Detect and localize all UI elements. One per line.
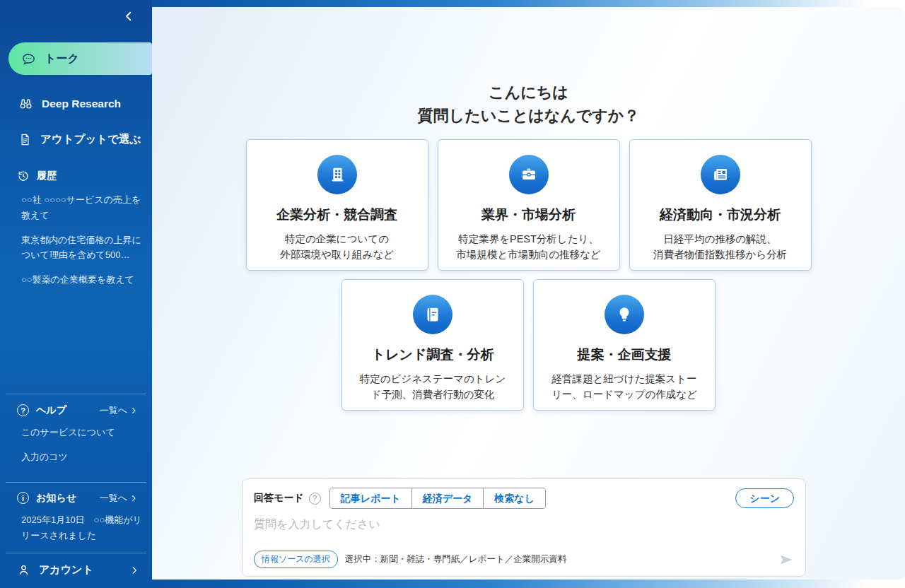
help-see-all-link[interactable]: 一覧へ	[100, 404, 138, 417]
card-company-analysis[interactable]: 企業分析・競合調査 特定の企業についての 外部環境や取り組みなど	[246, 139, 428, 271]
answer-mode-segmented-control: 記事レポート 経済データ 検索なし	[329, 488, 546, 509]
history-section-header: 履歴	[0, 170, 152, 182]
book-icon	[413, 295, 452, 334]
mode-article-report-button[interactable]: 記事レポート	[330, 488, 412, 508]
briefcase-icon	[509, 155, 549, 194]
source-status-text: 選択中：新聞・雑誌・専門紙／レポート／企業開示資料	[345, 553, 566, 565]
history-item[interactable]: ○○製薬の企業概要を教えて	[21, 272, 142, 288]
chevron-right-icon	[129, 406, 138, 415]
help-item[interactable]: 入力のコツ	[21, 450, 142, 465]
history-list: ○○社 ○○○○サービスの売上を教えて 東京都内の住宅価格の上昇について理由を含…	[0, 192, 152, 297]
sidebar-item-label: Deep Research	[42, 98, 121, 110]
greeting: こんにちは 質問したいことはなんですか？	[152, 81, 905, 127]
help-section-header: ? ヘルプ 一覧へ	[0, 404, 152, 417]
divider	[6, 553, 146, 553]
history-title: 履歴	[37, 170, 57, 182]
question-input[interactable]	[254, 517, 794, 546]
question-circle-icon: ?	[17, 404, 29, 416]
card-title: 提案・企画支援	[578, 346, 672, 364]
history-item[interactable]: 東京都内の住宅価格の上昇について理由を含めて500…	[21, 233, 142, 264]
card-description: 特定の企業についての 外部環境や取り組みなど	[280, 232, 394, 263]
newspaper-icon	[701, 155, 740, 194]
sidebar-item-talk[interactable]: トーク	[8, 42, 152, 75]
card-title: トレンド調査・分析	[372, 346, 494, 364]
question-composer: 回答モード ? 記事レポート 経済データ 検索なし シーン 情報ソースの選択 選…	[242, 478, 806, 577]
scene-button[interactable]: シーン	[735, 488, 794, 508]
lightbulb-icon	[605, 295, 644, 334]
answer-mode-label: 回答モード	[254, 492, 304, 505]
card-title: 経済動向・市況分析	[660, 206, 781, 224]
greeting-line2: 質問したいことはなんですか？	[152, 104, 905, 127]
account-label: アカウント	[39, 563, 93, 577]
card-industry-market-analysis[interactable]: 業界・市場分析 特定業界をPEST分析したり、 市場規模と市場動向の推移など	[438, 139, 620, 271]
history-item[interactable]: ○○社 ○○○○サービスの売上を教えて	[21, 192, 142, 223]
sidebar-item-label: アウトプットで選ぶ	[40, 132, 141, 147]
card-proposal-planning-support[interactable]: 提案・企画支援 経営課題と紐づけた提案ストー リー、ロードマップの作成など	[533, 279, 716, 411]
info-circle-icon: i	[17, 492, 29, 504]
help-title: ヘルプ	[36, 404, 66, 417]
card-economic-trends-analysis[interactable]: 経済動向・市況分析 日経平均の推移の解説、 消費者物価指数推移から分析	[629, 139, 812, 271]
sidebar: トーク Deep Research アウトプットで選ぶ 履歴 ○○社 ○○○○サ…	[0, 0, 152, 588]
sidebar-item-account[interactable]: アカウント	[0, 563, 152, 577]
answer-mode-help-icon[interactable]: ?	[309, 493, 321, 505]
suggestion-cards-row-2: トレンド調査・分析 特定のビジネステーマのトレン ド予測、消費者行動の変化 提案…	[152, 279, 905, 411]
news-title: お知らせ	[36, 492, 76, 505]
source-select-button[interactable]: 情報ソースの選択	[254, 551, 338, 568]
answer-mode-row: 回答モード ? 記事レポート 経済データ 検索なし シーン	[254, 488, 794, 509]
sidebar-item-choose-output[interactable]: アウトプットで選ぶ	[0, 132, 152, 147]
person-icon	[17, 563, 30, 577]
card-trend-research-analysis[interactable]: トレンド調査・分析 特定のビジネステーマのトレン ド予測、消費者行動の変化	[341, 279, 524, 411]
mode-economic-data-button[interactable]: 経済データ	[412, 488, 484, 508]
card-description: 特定のビジネステーマのトレン ド予測、消費者行動の変化	[360, 372, 506, 403]
card-description: 特定業界をPEST分析したり、 市場規模と市場動向の推移など	[456, 232, 600, 263]
greeting-line1: こんにちは	[152, 81, 905, 104]
mode-no-search-button[interactable]: 検索なし	[484, 488, 545, 508]
divider	[6, 394, 146, 394]
chevron-left-icon	[122, 10, 135, 23]
news-see-all-link[interactable]: 一覧へ	[100, 492, 138, 505]
sidebar-item-deep-research[interactable]: Deep Research	[0, 96, 152, 111]
suggestion-cards-row-1: 企業分析・競合調査 特定の企業についての 外部環境や取り組みなど 業界・市場分析…	[152, 139, 905, 271]
news-section-header: i お知らせ 一覧へ	[0, 492, 152, 505]
card-description: 日経平均の推移の解説、 消費者物価指数推移から分析	[653, 232, 787, 263]
divider	[6, 482, 146, 483]
help-item[interactable]: このサービスについて	[21, 425, 142, 440]
send-button[interactable]	[778, 552, 794, 568]
card-title: 業界・市場分析	[481, 206, 576, 224]
building-icon	[317, 155, 357, 194]
source-row: 情報ソースの選択 選択中：新聞・雑誌・専門紙／レポート／企業開示資料	[254, 551, 794, 568]
send-icon	[778, 552, 794, 568]
speech-bubble-icon	[21, 52, 36, 66]
history-icon	[17, 170, 30, 182]
card-description: 経営課題と紐づけた提案ストー リー、ロードマップの作成など	[551, 372, 697, 403]
help-list: このサービスについて 入力のコツ	[0, 425, 152, 475]
main-panel: こんにちは 質問したいことはなんですか？ 企業分析・競合調査 特定の企業について…	[152, 7, 905, 580]
card-title: 企業分析・競合調査	[276, 206, 397, 224]
sidebar-collapse-button[interactable]	[0, 0, 152, 33]
binoculars-icon	[18, 96, 33, 111]
document-icon	[18, 133, 32, 146]
sidebar-item-label: トーク	[45, 52, 79, 66]
chevron-right-icon	[129, 494, 138, 502]
news-item[interactable]: 2025年1月10日 ○○機能がリリースされました	[21, 512, 142, 545]
chevron-right-icon	[129, 565, 139, 575]
